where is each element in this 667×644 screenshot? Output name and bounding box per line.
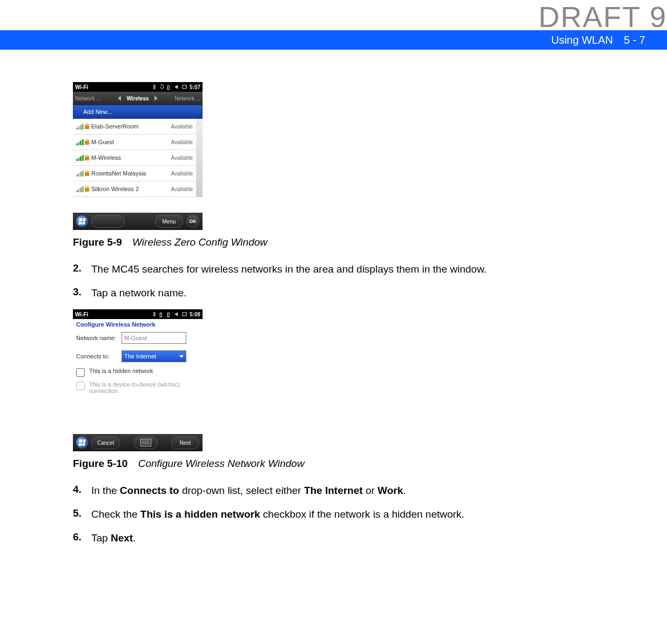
bluetooth-icon [152,84,157,90]
keyboard-button[interactable] [134,436,158,449]
page-content: Wi-Fi ▯ 5:07 Network ... [0,50,613,576]
network-name: Silkron Wireless 2 [91,186,171,192]
connects-to-dropdown[interactable]: The Internet [122,350,186,362]
svg-rect-2 [183,313,186,316]
step-number: 3. [73,286,91,300]
network-row[interactable]: Silkron Wireless 2 Available [73,181,196,197]
figure-title: Wireless Zero Config Window [132,236,267,248]
form-title: Configure Wireless Network [73,319,203,329]
svg-rect-3 [186,314,187,315]
figure-caption-5-10: Figure 5-10 Configure Wireless Network W… [73,458,613,470]
sync-icon [159,84,165,90]
screenshot-wireless-list: Wi-Fi ▯ 5:07 Network ... [73,82,203,230]
adhoc-checkbox [76,382,85,390]
network-name: RosettaNet Malaysia [91,170,171,177]
step-text: Tap Next. [91,531,613,545]
lock-icon [85,155,89,160]
header-title: Using WLAN [551,34,612,46]
adhoc-row: This is a device-to-device (ad-hoc) conn… [73,379,203,396]
network-row[interactable]: Elab-ServerRoom Available [73,119,196,134]
network-name: M-Guest [91,139,171,145]
network-row[interactable]: M-Wireless Available [73,150,196,166]
step-5: 5. Check the This is a hidden network ch… [73,507,613,521]
menu-button[interactable]: Menu [155,215,183,228]
blank-button[interactable] [91,215,125,228]
lock-icon [85,171,89,176]
bluetooth-icon [152,311,157,317]
step-4: 4. In the Connects to drop-own list, sel… [73,484,613,498]
device-status-bar: Wi-Fi ▯ 5:07 [73,82,203,92]
status-title: Wi-Fi [75,84,88,90]
sync-icon: ▯ [159,311,165,317]
configure-form-body: Configure Wireless Network Network name:… [73,319,203,434]
chevron-down-icon [179,355,184,358]
step-text: Tap a network name. [91,286,613,300]
ok-button[interactable]: OK [186,215,199,228]
svg-rect-1 [186,86,187,87]
svg-rect-0 [183,85,186,89]
network-status: Available [171,124,193,130]
connects-to-row: Connects to: The Internet [73,347,203,365]
wireless-list-body: Add New... Elab-ServerRoom Available M-G… [73,105,203,213]
scrollbar[interactable] [196,119,203,197]
status-time: 5:08 [190,311,200,317]
network-status: Available [171,155,193,161]
tab-right[interactable]: Network ... [158,96,203,101]
network-status: Available [171,139,193,145]
step-number: 6. [73,531,91,545]
figure-label: Figure 5-10 [73,458,127,469]
cancel-button[interactable]: Cancel [91,436,120,449]
hidden-network-label: This is a hidden network [89,368,199,374]
network-row[interactable]: M-Guest Available [73,134,196,150]
figure-title: Configure Wireless Network Window [138,458,305,469]
step-number: 4. [73,484,91,498]
signal-icon: ▯ [167,84,172,90]
add-new-network-button[interactable]: Add New... [73,105,203,119]
network-status: Available [171,186,193,192]
device-status-bar: Wi-Fi ▯ ▯ 5:08 [73,309,203,319]
network-name-label: Network name: [76,335,118,341]
keyboard-icon [140,439,151,446]
connects-to-label: Connects to: [76,353,118,360]
network-name: M-Wireless [91,154,171,161]
signal-icon: ▯ [167,311,172,317]
device-soft-buttons: Cancel Next [73,434,203,451]
windows-logo-icon [78,439,86,446]
device-soft-buttons: Menu OK [73,213,203,230]
network-status: Available [171,171,193,177]
start-button[interactable] [76,437,88,449]
signal-strength-icon [76,139,84,145]
network-name-row: Network name: M-Guest [73,329,203,347]
windows-logo-icon [78,218,86,225]
tab-center-wireless[interactable]: Wireless [123,96,152,101]
status-title: Wi-Fi [75,311,88,317]
tab-bar: Network ... Wireless Network ... [73,92,203,105]
chevron-left-icon[interactable] [118,96,121,101]
hidden-network-checkbox[interactable] [76,368,85,377]
tab-left[interactable]: Network ... [73,96,118,101]
step-text: Check the This is a hidden network check… [91,507,613,521]
connects-to-value: The Internet [124,353,156,360]
step-6: 6. Tap Next. [73,531,613,545]
step-text: In the Connects to drop-own list, select… [91,484,613,498]
header-page-number: 5 - 7 [624,34,645,46]
lock-icon [85,139,89,145]
step-number: 2. [73,262,91,276]
step-3: 3. Tap a network name. [73,286,613,300]
next-button[interactable]: Next [171,436,199,449]
battery-icon [182,311,187,317]
signal-strength-icon [76,154,84,161]
volume-icon [174,84,180,90]
start-button[interactable] [76,215,88,227]
step-text: The MC45 searches for wireless networks … [91,262,613,276]
lock-icon [85,186,89,192]
hidden-network-row: This is a hidden network [73,365,203,379]
status-time: 5:07 [190,84,200,90]
network-row[interactable]: RosettaNet Malaysia Available [73,166,196,181]
adhoc-label: This is a device-to-device (ad-hoc) conn… [89,381,199,394]
step-2: 2. The MC45 searches for wireless networ… [73,262,613,276]
network-name-input[interactable]: M-Guest [122,332,186,344]
watermark-text: DRAFT 9 [538,0,667,33]
battery-icon [182,84,187,90]
volume-icon [174,311,180,317]
